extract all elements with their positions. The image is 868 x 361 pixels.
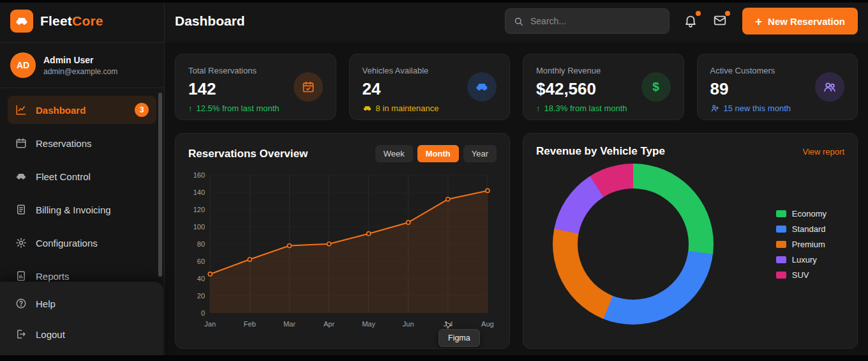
plus-icon: + [755, 15, 762, 27]
car-logo-icon [10, 10, 33, 33]
search-box[interactable] [505, 8, 670, 34]
x-tick-label: Apr [324, 320, 335, 328]
stat-value: $42,560 [536, 79, 627, 99]
user-name: Admin User [43, 55, 117, 65]
sidebar-item-help[interactable]: Help [8, 289, 156, 318]
y-tick-label: 20 [197, 292, 205, 300]
legend-label: Luxury [792, 255, 817, 265]
stat-card-total-reservations: Total Reservations 142 ↑ 12.5% from last… [175, 54, 336, 120]
sidebar-item-label: Help [36, 298, 56, 309]
y-tick-label: 100 [193, 223, 205, 231]
x-tick-label: Jun [403, 320, 414, 328]
x-tick-label: May [362, 320, 375, 328]
sidebar-footer: Help Logout [0, 282, 163, 361]
gear-icon [15, 237, 27, 249]
chart-title: Reservations Overview [188, 148, 308, 160]
tab-month[interactable]: Month [417, 145, 459, 162]
area-fill [210, 190, 488, 312]
arrow-up-icon: ↑ [188, 104, 193, 113]
data-point [208, 272, 212, 276]
sidebar-scrollbar[interactable] [158, 93, 162, 277]
stat-card-monthly-revenue: Monthly Revenue $42,560 ↑ 18.3% from las… [523, 54, 684, 120]
sidebar-item-label: Configurations [36, 238, 98, 249]
main-area: Dashboard + New Reservation [165, 0, 868, 361]
car-small-icon [363, 104, 372, 113]
user-profile[interactable]: AD Admin User admin@example.com [0, 43, 164, 88]
new-reservation-button[interactable]: + New Reservation [742, 8, 858, 35]
reservations-line-chart: JanFebMarAprMayJunJulAug0204060801001201… [188, 169, 497, 332]
x-tick-label: Feb [244, 320, 256, 328]
notification-dot [696, 11, 701, 16]
x-tick-label: Mar [283, 320, 296, 328]
notifications-bell-button[interactable] [684, 13, 699, 29]
x-tick-label: Jan [204, 320, 216, 328]
sidebar-item-label: Dashboard [36, 105, 86, 116]
mouse-cursor-icon [444, 321, 453, 332]
charts-row: Reservations Overview Week Month Year Ja… [175, 133, 858, 349]
stat-label: Monthly Revenue [536, 66, 627, 75]
calendar-check-icon [294, 72, 323, 102]
y-tick-label: 40 [197, 275, 205, 282]
stat-card-active-customers: Active Customers 89 15 new this month [697, 54, 858, 120]
car-icon [467, 72, 497, 102]
calendar-icon [15, 137, 27, 149]
donut-chart-body: EconomyStandardPremiumLuxurySUV [536, 158, 844, 330]
legend-swatch [776, 272, 786, 279]
brand-name: FleetCore [40, 13, 103, 29]
legend-label: SUV [792, 270, 809, 280]
file-invoice-icon [15, 204, 27, 215]
revenue-donut [553, 164, 714, 325]
tab-year[interactable]: Year [463, 145, 497, 162]
messages-envelope-button[interactable] [713, 13, 728, 29]
question-circle-icon [15, 298, 27, 309]
sidebar-item-label: Fleet Control [36, 171, 91, 182]
sidebar-item-configurations[interactable]: Configurations [8, 229, 156, 257]
top-header: Dashboard + New Reservation [165, 0, 868, 42]
chart-line-icon [15, 104, 27, 116]
y-tick-label: 0 [201, 309, 205, 317]
stat-value: 24 [363, 79, 439, 99]
legend-item: Standard [776, 224, 827, 234]
legend-swatch [776, 241, 786, 248]
avatar: AD [10, 52, 36, 78]
sidebar-item-dashboard[interactable]: Dashboard 3 [8, 96, 156, 124]
legend-item: SUV [776, 270, 827, 280]
window-edge-bottom [0, 355, 868, 361]
sidebar-item-label: Logout [36, 329, 65, 340]
sidebar-item-fleet-control[interactable]: Fleet Control [8, 162, 156, 190]
y-tick-label: 160 [193, 171, 205, 179]
page-title: Dashboard [175, 13, 245, 29]
users-icon [815, 72, 844, 102]
reservations-overview-card: Reservations Overview Week Month Year Ja… [175, 133, 510, 349]
sidebar-item-logout[interactable]: Logout [8, 320, 156, 348]
sidebar-item-label: Reservations [36, 138, 92, 149]
stat-label: Vehicles Available [363, 66, 439, 75]
donut-legend: EconomyStandardPremiumLuxurySUV [776, 203, 827, 286]
y-tick-label: 60 [197, 257, 205, 265]
y-tick-label: 140 [193, 188, 205, 196]
cursor-tooltip-label: Figma [448, 334, 470, 342]
stat-card-vehicles-available: Vehicles Available 24 8 in maintenance [349, 54, 511, 120]
window-edge-top [0, 0, 868, 3]
data-point [367, 232, 371, 236]
car-icon [15, 171, 27, 182]
file-chart-icon [15, 270, 27, 282]
arrow-up-icon: ↑ [536, 104, 541, 113]
search-input[interactable] [530, 16, 661, 26]
tab-week[interactable]: Week [375, 145, 413, 162]
data-point [287, 243, 291, 247]
dashboard-content: Total Reservations 142 ↑ 12.5% from last… [165, 42, 868, 361]
revenue-by-vehicle-type-card: Revenue by Vehicle Type View report Econ… [523, 133, 858, 349]
sidebar-item-label: Billing & Invoicing [36, 204, 111, 215]
sidebar-item-reservations[interactable]: Reservations [8, 129, 156, 157]
data-point [446, 197, 450, 201]
stats-row: Total Reservations 142 ↑ 12.5% from last… [175, 54, 858, 120]
sidebar-item-billing[interactable]: Billing & Invoicing [8, 196, 156, 224]
legend-swatch [776, 210, 786, 217]
user-plus-icon [710, 104, 720, 113]
cursor-tooltip: Figma [438, 329, 480, 347]
search-icon [513, 16, 524, 27]
stat-value: 89 [710, 79, 791, 99]
range-tabs: Week Month Year [375, 145, 497, 162]
view-report-link[interactable]: View report [802, 147, 844, 157]
